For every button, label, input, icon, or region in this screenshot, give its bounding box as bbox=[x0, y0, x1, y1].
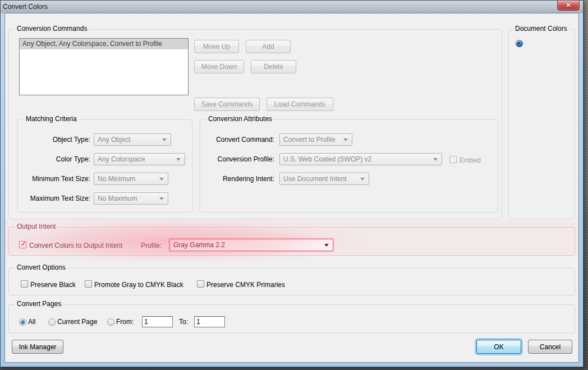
chevron-down-icon bbox=[176, 158, 181, 161]
from-page-input[interactable] bbox=[142, 316, 173, 327]
convert-command-value: Convert to Profile bbox=[280, 136, 343, 144]
embed-label: Embed bbox=[460, 156, 481, 164]
conversion-attributes-legend: Conversion Attributes bbox=[206, 115, 274, 123]
output-profile-select[interactable]: Gray Gamma 2.2 bbox=[169, 239, 333, 251]
list-item[interactable]: Any Object, Any Colorspace, Convert to P… bbox=[20, 39, 188, 49]
color-type-value: Any Colorspace bbox=[94, 155, 176, 163]
save-commands-button[interactable]: Save Commands bbox=[194, 98, 260, 111]
convert-to-output-intent-checkbox[interactable]: ✓ bbox=[19, 241, 26, 248]
preserve-black-checkbox[interactable] bbox=[21, 280, 28, 288]
check-icon: ✓ bbox=[20, 240, 27, 248]
output-intent-legend: Output Intent bbox=[15, 223, 58, 230]
ok-button[interactable]: OK bbox=[476, 340, 521, 354]
convert-command-label: Convert Command: bbox=[201, 136, 274, 144]
conversion-profile-label: Conversion Profile: bbox=[201, 155, 274, 163]
promote-gray-checkbox[interactable] bbox=[85, 280, 92, 288]
min-text-size-value: No Minimum bbox=[94, 175, 159, 183]
matching-criteria-legend: Matching Criteria bbox=[24, 115, 79, 123]
object-type-select: Any Object bbox=[94, 133, 171, 146]
preserve-black-label: Preserve Black bbox=[30, 281, 76, 289]
pages-all-radio[interactable] bbox=[19, 318, 26, 326]
max-text-size-label: Maximum Text Size: bbox=[16, 195, 90, 202]
chevron-down-icon bbox=[159, 178, 164, 181]
delete-button[interactable]: Delete bbox=[251, 60, 296, 73]
expand-arrow-icon bbox=[518, 41, 521, 45]
to-label: To: bbox=[179, 318, 188, 326]
convert-options-group: Convert Options bbox=[8, 268, 575, 295]
conversion-commands-legend: Conversion Commands bbox=[15, 25, 89, 33]
color-sphere-icon[interactable] bbox=[516, 40, 523, 47]
convert-options-legend: Convert Options bbox=[15, 263, 68, 271]
convert-command-select: Convert to Profile bbox=[279, 133, 352, 146]
pages-current-label: Current Page bbox=[57, 318, 97, 326]
load-commands-button[interactable]: Load Commands bbox=[267, 98, 333, 111]
chevron-down-icon bbox=[159, 197, 164, 200]
preserve-cmyk-label: Preserve CMYK Primaries bbox=[206, 281, 285, 289]
color-type-label: Color Type: bbox=[16, 155, 90, 163]
pages-from-label: From: bbox=[116, 318, 134, 326]
window-title: Convert Colors bbox=[3, 3, 48, 11]
ink-manager-button[interactable]: Ink Manager bbox=[12, 340, 63, 354]
conversion-profile-select: U.S. Web Coated (SWOP) v2 bbox=[279, 153, 442, 165]
rendering-intent-label: Rendering Intent: bbox=[201, 175, 274, 183]
profile-label: Profile: bbox=[141, 242, 162, 249]
promote-gray-label: Promote Gray to CMYK Black bbox=[94, 281, 183, 289]
max-text-size-select: No Maximum bbox=[94, 192, 168, 205]
convert-pages-legend: Convert Pages bbox=[15, 300, 63, 308]
min-text-size-select: No Minimum bbox=[94, 173, 168, 185]
min-text-size-label: Minimum Text Size: bbox=[16, 175, 90, 183]
color-type-select: Any Colorspace bbox=[94, 153, 185, 165]
pages-all-label: All bbox=[28, 318, 35, 326]
to-page-input[interactable] bbox=[194, 316, 225, 327]
document-colors-legend: Document Colors bbox=[513, 25, 569, 33]
chevron-down-icon bbox=[360, 178, 365, 181]
conversion-profile-value: U.S. Web Coated (SWOP) v2 bbox=[280, 155, 433, 163]
object-type-value: Any Object bbox=[94, 136, 162, 144]
move-down-button[interactable]: Move Down bbox=[194, 60, 244, 73]
commands-list[interactable]: Any Object, Any Colorspace, Convert to P… bbox=[19, 38, 189, 95]
pages-from-radio[interactable] bbox=[107, 318, 114, 326]
rendering-intent-value: Use Document Intent bbox=[280, 175, 360, 183]
close-button[interactable]: ✕ bbox=[557, 1, 580, 11]
embed-checkbox bbox=[449, 156, 457, 163]
convert-colors-dialog: Convert Colors ✕ Conversion Commands Any… bbox=[0, 0, 584, 367]
cancel-button[interactable]: Cancel bbox=[528, 340, 572, 354]
object-type-label: Object Type: bbox=[16, 136, 90, 144]
close-icon: ✕ bbox=[566, 2, 571, 8]
title-bar[interactable]: Convert Colors bbox=[1, 1, 582, 12]
document-colors-group: Document Colors bbox=[508, 29, 575, 219]
chevron-down-icon bbox=[324, 244, 329, 247]
add-button[interactable]: Add bbox=[246, 40, 291, 53]
max-text-size-value: No Maximum bbox=[94, 195, 159, 202]
pages-current-radio[interactable] bbox=[48, 318, 56, 326]
desktop-background: Convert Colors ✕ Conversion Commands Any… bbox=[0, 0, 588, 370]
preserve-cmyk-checkbox[interactable] bbox=[197, 280, 204, 288]
chevron-down-icon bbox=[433, 158, 438, 161]
chevron-down-icon bbox=[343, 138, 348, 141]
output-profile-value: Gray Gamma 2.2 bbox=[170, 241, 324, 249]
convert-to-output-intent-label: Convert Colors to Output Intent bbox=[29, 242, 122, 249]
move-up-button[interactable]: Move Up bbox=[194, 40, 239, 53]
rendering-intent-select: Use Document Intent bbox=[279, 173, 369, 185]
chevron-down-icon bbox=[162, 138, 167, 141]
